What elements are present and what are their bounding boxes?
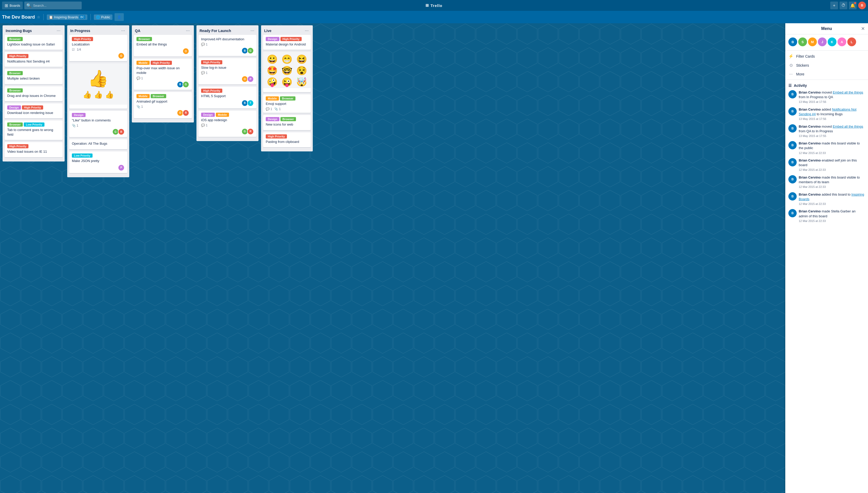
top-navigation: ⊞ Boards 🔍 ⊞ Trello ＋ ⏱ 🔔 B bbox=[0, 0, 868, 11]
card-meta-item: 📎 1 bbox=[136, 105, 143, 109]
card[interactable]: Low PriorityMake JSON pretty P bbox=[69, 151, 127, 173]
card-meta-item: 📎 1 bbox=[274, 107, 281, 111]
card-label: High Priority bbox=[280, 37, 302, 41]
workspace-tag[interactable]: 📋 Inspiring Boards BC bbox=[47, 15, 87, 20]
card[interactable]: BrowserMultiple select broken bbox=[5, 69, 63, 84]
card-label: High Priority bbox=[7, 54, 28, 58]
activity-time: 12 Mar 2015 at 22:33 bbox=[799, 168, 865, 172]
card[interactable]: BrowserLow PriorityTab to comment goes t… bbox=[5, 121, 63, 140]
star-icon[interactable]: ☆ bbox=[37, 15, 40, 19]
card-avatar: O bbox=[118, 52, 125, 59]
card-title: iOS app redesign bbox=[201, 118, 254, 123]
card-avatar: R bbox=[118, 128, 125, 135]
card-title: Download icon rendering issue bbox=[7, 111, 60, 115]
card-label: High Priority bbox=[266, 134, 287, 138]
card-checklist: ☑ 1/4 bbox=[72, 48, 125, 51]
header-divider bbox=[43, 14, 44, 20]
activity-person: Brian Cervino bbox=[799, 107, 821, 111]
card-label: Low Priority bbox=[24, 123, 44, 127]
card[interactable]: BrowserLightbox loading issue on Safari bbox=[5, 35, 63, 50]
card[interactable]: DesignHigh PriorityDownload icon renderi… bbox=[5, 103, 63, 119]
menu-member-avatar[interactable]: B bbox=[788, 38, 797, 46]
card-meta-item: 💬 1 bbox=[266, 107, 272, 111]
visibility-tag[interactable]: 🌐 Public bbox=[94, 15, 112, 20]
card[interactable]: MobileBrowserEmoji support💬 1📎 1 bbox=[263, 94, 311, 113]
activity-person: Brian Cervino bbox=[799, 175, 821, 179]
list-inprogress: In Progress ···High PriorityLocalization… bbox=[67, 25, 129, 177]
notification-button[interactable]: 🔔 bbox=[849, 2, 856, 9]
list-menu-btn[interactable]: ··· bbox=[185, 27, 191, 34]
card[interactable]: BrowserEmbed all the things O bbox=[134, 35, 192, 57]
card-title: Notifications Not Sending #4 bbox=[7, 59, 60, 64]
card-avatars: OR bbox=[177, 110, 189, 116]
menu-member-avatar[interactable]: S bbox=[798, 38, 807, 46]
activity-link[interactable]: Embed all the things bbox=[833, 90, 863, 94]
filter-cards-label: Filter Cards bbox=[796, 54, 815, 58]
card-title: Make JSON pretty bbox=[72, 159, 125, 163]
search-input[interactable] bbox=[33, 4, 80, 7]
card-avatars: O bbox=[118, 52, 125, 59]
card-labels: Design bbox=[72, 113, 125, 117]
menu-member-avatar[interactable]: K bbox=[828, 38, 837, 46]
card-footer: BG bbox=[201, 47, 254, 54]
card[interactable]: 👍 👍 👍 👍 bbox=[69, 63, 127, 109]
card[interactable]: High PriorityNotifications Not Sending #… bbox=[5, 52, 63, 67]
card[interactable]: High PriorityPasting from clipboard bbox=[263, 132, 311, 147]
add-button[interactable]: ＋ bbox=[830, 2, 838, 9]
info-button[interactable]: ⏱ bbox=[840, 2, 847, 9]
card[interactable]: High PriorityLocalization ☑ 1/4 O bbox=[69, 35, 127, 61]
activity-item: B Brian Cervino moved Embed all the thin… bbox=[785, 123, 868, 140]
card[interactable]: DesignHigh PriorityMaterial design for A… bbox=[263, 35, 311, 50]
card[interactable]: High PriorityHTML 5 Support BT bbox=[198, 87, 256, 108]
card-label: Low Priority bbox=[72, 153, 92, 157]
menu-close-button[interactable]: ✕ bbox=[861, 26, 865, 31]
card[interactable]: Operation: All The Bugs bbox=[69, 139, 127, 149]
card[interactable]: Improved API documentation💬 1 BG bbox=[198, 35, 256, 56]
stickers-action[interactable]: ⊙ Stickers bbox=[785, 61, 868, 70]
card[interactable]: Design"Like" button in comments📎 1 GR bbox=[69, 111, 127, 137]
list-header-readyforlaunch: Ready For Launch ··· bbox=[196, 25, 258, 35]
card-title: Lightbox loading issue on Safari bbox=[7, 42, 60, 47]
checklist-count: 1/4 bbox=[77, 48, 81, 51]
card-avatars: BG bbox=[241, 47, 254, 54]
list-header-inprogress: In Progress ··· bbox=[67, 25, 129, 35]
card-footer: GR bbox=[201, 128, 254, 135]
more-action[interactable]: ··· More bbox=[785, 70, 868, 79]
menu-member-avatar[interactable]: M bbox=[808, 38, 817, 46]
card[interactable]: High PrioritySlow log-in issue💬 1 OP bbox=[198, 58, 256, 85]
card[interactable]: 😀 😁 😆 🤩 🤓 😵 🤪 😜 🤯 bbox=[263, 52, 311, 92]
share-button[interactable]: 👤 bbox=[114, 13, 124, 21]
list-readyforlaunch: Ready For Launch ···Improved API documen… bbox=[196, 25, 258, 141]
list-menu-btn[interactable]: ··· bbox=[250, 27, 255, 34]
list-cards-inprogress: High PriorityLocalization ☑ 1/4 O 👍 👍 👍 … bbox=[67, 35, 129, 177]
card-label: High Priority bbox=[201, 89, 222, 93]
user-avatar[interactable]: B bbox=[858, 2, 866, 9]
card-label: Browser bbox=[7, 37, 23, 41]
card-labels: MobileHigh Priority bbox=[136, 61, 189, 65]
card[interactable]: DesignBrowserNew icons for web bbox=[263, 115, 311, 130]
menu-member-avatar[interactable]: J bbox=[818, 38, 827, 46]
card-meta-item: 💬 1 bbox=[136, 77, 143, 80]
lists-container: Incoming Bugs ···BrowserLightbox loading… bbox=[0, 23, 868, 493]
card[interactable]: High PriorityVideo load issues on IE 11 bbox=[5, 142, 63, 157]
card-title: Slow log-in issue bbox=[201, 65, 254, 70]
activity-person: Brian Cervino bbox=[799, 158, 821, 162]
filter-cards-action[interactable]: ⚡ Filter Cards bbox=[785, 52, 868, 61]
activity-avatar: B bbox=[788, 107, 797, 115]
activity-avatar: B bbox=[788, 90, 797, 99]
boards-button[interactable]: ⊞ Boards bbox=[2, 2, 23, 9]
list-menu-btn[interactable]: ··· bbox=[120, 27, 126, 34]
menu-member-avatar[interactable]: L bbox=[847, 38, 856, 46]
activity-time: 12 Mar 2015 at 22:33 bbox=[799, 185, 865, 189]
menu-member-avatar[interactable]: A bbox=[838, 38, 846, 46]
card-labels: Browser bbox=[136, 37, 189, 41]
list-menu-btn[interactable]: ··· bbox=[304, 27, 310, 34]
card[interactable]: DesignMobileiOS app redesign💬 1 GR bbox=[198, 111, 256, 137]
card[interactable]: MobileBrowserAnimated gif support📎 1 OR bbox=[134, 92, 192, 119]
activity-link[interactable]: Embed all the things bbox=[833, 125, 863, 128]
card[interactable]: BrowserDrag and drop issues in Chrome bbox=[5, 86, 63, 101]
list-menu-btn[interactable]: ··· bbox=[56, 27, 62, 34]
activity-content: Brian Cervino made this board visible to… bbox=[799, 141, 865, 155]
card-label: Browser bbox=[7, 88, 23, 92]
card[interactable]: MobileHigh PriorityPop-over max width is… bbox=[134, 59, 192, 90]
